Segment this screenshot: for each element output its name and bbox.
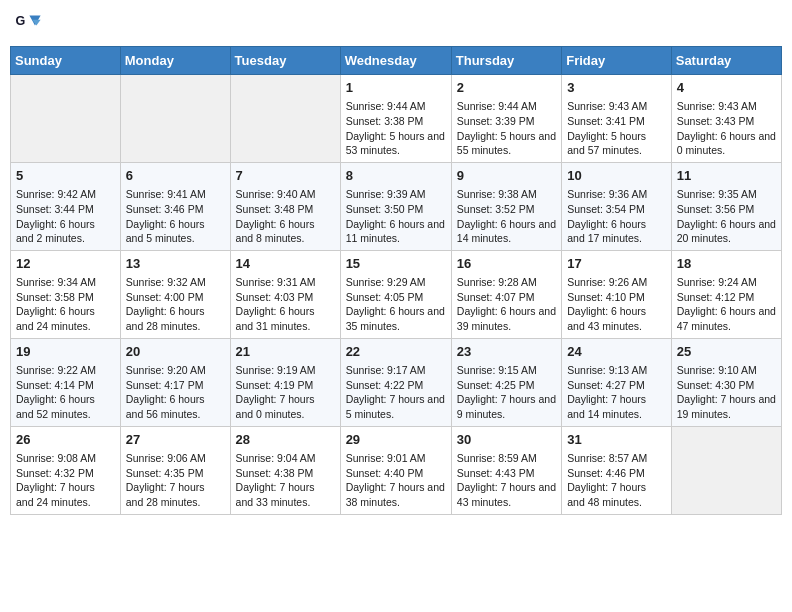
day-number: 21 [236, 343, 335, 361]
day-info: Sunrise: 9:44 AM Sunset: 3:38 PM Dayligh… [346, 99, 446, 158]
day-info: Sunrise: 9:32 AM Sunset: 4:00 PM Dayligh… [126, 275, 225, 334]
day-number: 3 [567, 79, 666, 97]
calendar-cell: 29Sunrise: 9:01 AM Sunset: 4:40 PM Dayli… [340, 426, 451, 514]
day-number: 4 [677, 79, 776, 97]
day-info: Sunrise: 9:41 AM Sunset: 3:46 PM Dayligh… [126, 187, 225, 246]
calendar-cell: 14Sunrise: 9:31 AM Sunset: 4:03 PM Dayli… [230, 250, 340, 338]
calendar-cell: 23Sunrise: 9:15 AM Sunset: 4:25 PM Dayli… [451, 338, 561, 426]
day-info: Sunrise: 8:57 AM Sunset: 4:46 PM Dayligh… [567, 451, 666, 510]
calendar-cell: 22Sunrise: 9:17 AM Sunset: 4:22 PM Dayli… [340, 338, 451, 426]
day-number: 15 [346, 255, 446, 273]
day-number: 25 [677, 343, 776, 361]
calendar-cell: 4Sunrise: 9:43 AM Sunset: 3:43 PM Daylig… [671, 75, 781, 163]
day-number: 2 [457, 79, 556, 97]
logo-icon: G [14, 10, 42, 38]
day-info: Sunrise: 9:22 AM Sunset: 4:14 PM Dayligh… [16, 363, 115, 422]
day-header-saturday: Saturday [671, 47, 781, 75]
calendar-header-row: SundayMondayTuesdayWednesdayThursdayFrid… [11, 47, 782, 75]
day-header-wednesday: Wednesday [340, 47, 451, 75]
page-header: G [10, 10, 782, 38]
day-info: Sunrise: 9:42 AM Sunset: 3:44 PM Dayligh… [16, 187, 115, 246]
day-info: Sunrise: 9:29 AM Sunset: 4:05 PM Dayligh… [346, 275, 446, 334]
calendar-week-row: 19Sunrise: 9:22 AM Sunset: 4:14 PM Dayli… [11, 338, 782, 426]
calendar-cell [120, 75, 230, 163]
day-header-tuesday: Tuesday [230, 47, 340, 75]
day-info: Sunrise: 9:26 AM Sunset: 4:10 PM Dayligh… [567, 275, 666, 334]
calendar-cell: 12Sunrise: 9:34 AM Sunset: 3:58 PM Dayli… [11, 250, 121, 338]
day-number: 28 [236, 431, 335, 449]
day-number: 7 [236, 167, 335, 185]
day-number: 16 [457, 255, 556, 273]
day-number: 13 [126, 255, 225, 273]
calendar-week-row: 12Sunrise: 9:34 AM Sunset: 3:58 PM Dayli… [11, 250, 782, 338]
day-info: Sunrise: 9:15 AM Sunset: 4:25 PM Dayligh… [457, 363, 556, 422]
day-number: 5 [16, 167, 115, 185]
day-number: 1 [346, 79, 446, 97]
calendar-cell: 6Sunrise: 9:41 AM Sunset: 3:46 PM Daylig… [120, 162, 230, 250]
calendar-cell [230, 75, 340, 163]
calendar-cell [11, 75, 121, 163]
day-number: 18 [677, 255, 776, 273]
calendar-cell [671, 426, 781, 514]
day-info: Sunrise: 9:38 AM Sunset: 3:52 PM Dayligh… [457, 187, 556, 246]
day-info: Sunrise: 9:36 AM Sunset: 3:54 PM Dayligh… [567, 187, 666, 246]
logo: G [14, 10, 46, 38]
calendar-cell: 25Sunrise: 9:10 AM Sunset: 4:30 PM Dayli… [671, 338, 781, 426]
calendar-cell: 5Sunrise: 9:42 AM Sunset: 3:44 PM Daylig… [11, 162, 121, 250]
calendar-cell: 13Sunrise: 9:32 AM Sunset: 4:00 PM Dayli… [120, 250, 230, 338]
day-number: 17 [567, 255, 666, 273]
day-number: 8 [346, 167, 446, 185]
day-number: 30 [457, 431, 556, 449]
calendar-cell: 7Sunrise: 9:40 AM Sunset: 3:48 PM Daylig… [230, 162, 340, 250]
calendar-cell: 27Sunrise: 9:06 AM Sunset: 4:35 PM Dayli… [120, 426, 230, 514]
day-number: 10 [567, 167, 666, 185]
day-number: 20 [126, 343, 225, 361]
day-info: Sunrise: 9:28 AM Sunset: 4:07 PM Dayligh… [457, 275, 556, 334]
day-number: 31 [567, 431, 666, 449]
calendar-cell: 19Sunrise: 9:22 AM Sunset: 4:14 PM Dayli… [11, 338, 121, 426]
calendar-cell: 26Sunrise: 9:08 AM Sunset: 4:32 PM Dayli… [11, 426, 121, 514]
day-header-sunday: Sunday [11, 47, 121, 75]
calendar-cell: 17Sunrise: 9:26 AM Sunset: 4:10 PM Dayli… [562, 250, 672, 338]
day-info: Sunrise: 9:43 AM Sunset: 3:43 PM Dayligh… [677, 99, 776, 158]
calendar-table: SundayMondayTuesdayWednesdayThursdayFrid… [10, 46, 782, 515]
day-info: Sunrise: 9:19 AM Sunset: 4:19 PM Dayligh… [236, 363, 335, 422]
day-number: 6 [126, 167, 225, 185]
calendar-cell: 20Sunrise: 9:20 AM Sunset: 4:17 PM Dayli… [120, 338, 230, 426]
calendar-cell: 24Sunrise: 9:13 AM Sunset: 4:27 PM Dayli… [562, 338, 672, 426]
day-info: Sunrise: 8:59 AM Sunset: 4:43 PM Dayligh… [457, 451, 556, 510]
day-info: Sunrise: 9:04 AM Sunset: 4:38 PM Dayligh… [236, 451, 335, 510]
day-info: Sunrise: 9:08 AM Sunset: 4:32 PM Dayligh… [16, 451, 115, 510]
calendar-cell: 31Sunrise: 8:57 AM Sunset: 4:46 PM Dayli… [562, 426, 672, 514]
day-number: 27 [126, 431, 225, 449]
calendar-cell: 8Sunrise: 9:39 AM Sunset: 3:50 PM Daylig… [340, 162, 451, 250]
calendar-cell: 1Sunrise: 9:44 AM Sunset: 3:38 PM Daylig… [340, 75, 451, 163]
calendar-cell: 21Sunrise: 9:19 AM Sunset: 4:19 PM Dayli… [230, 338, 340, 426]
day-info: Sunrise: 9:43 AM Sunset: 3:41 PM Dayligh… [567, 99, 666, 158]
day-info: Sunrise: 9:40 AM Sunset: 3:48 PM Dayligh… [236, 187, 335, 246]
calendar-cell: 15Sunrise: 9:29 AM Sunset: 4:05 PM Dayli… [340, 250, 451, 338]
calendar-cell: 3Sunrise: 9:43 AM Sunset: 3:41 PM Daylig… [562, 75, 672, 163]
calendar-cell: 9Sunrise: 9:38 AM Sunset: 3:52 PM Daylig… [451, 162, 561, 250]
day-info: Sunrise: 9:44 AM Sunset: 3:39 PM Dayligh… [457, 99, 556, 158]
day-info: Sunrise: 9:20 AM Sunset: 4:17 PM Dayligh… [126, 363, 225, 422]
day-info: Sunrise: 9:31 AM Sunset: 4:03 PM Dayligh… [236, 275, 335, 334]
day-header-friday: Friday [562, 47, 672, 75]
day-number: 14 [236, 255, 335, 273]
day-info: Sunrise: 9:39 AM Sunset: 3:50 PM Dayligh… [346, 187, 446, 246]
calendar-cell: 28Sunrise: 9:04 AM Sunset: 4:38 PM Dayli… [230, 426, 340, 514]
day-info: Sunrise: 9:17 AM Sunset: 4:22 PM Dayligh… [346, 363, 446, 422]
calendar-week-row: 5Sunrise: 9:42 AM Sunset: 3:44 PM Daylig… [11, 162, 782, 250]
calendar-cell: 2Sunrise: 9:44 AM Sunset: 3:39 PM Daylig… [451, 75, 561, 163]
day-info: Sunrise: 9:10 AM Sunset: 4:30 PM Dayligh… [677, 363, 776, 422]
day-number: 19 [16, 343, 115, 361]
day-info: Sunrise: 9:01 AM Sunset: 4:40 PM Dayligh… [346, 451, 446, 510]
day-number: 12 [16, 255, 115, 273]
svg-text:G: G [15, 14, 25, 28]
day-info: Sunrise: 9:13 AM Sunset: 4:27 PM Dayligh… [567, 363, 666, 422]
day-number: 23 [457, 343, 556, 361]
day-number: 29 [346, 431, 446, 449]
calendar-cell: 10Sunrise: 9:36 AM Sunset: 3:54 PM Dayli… [562, 162, 672, 250]
calendar-cell: 18Sunrise: 9:24 AM Sunset: 4:12 PM Dayli… [671, 250, 781, 338]
calendar-cell: 30Sunrise: 8:59 AM Sunset: 4:43 PM Dayli… [451, 426, 561, 514]
